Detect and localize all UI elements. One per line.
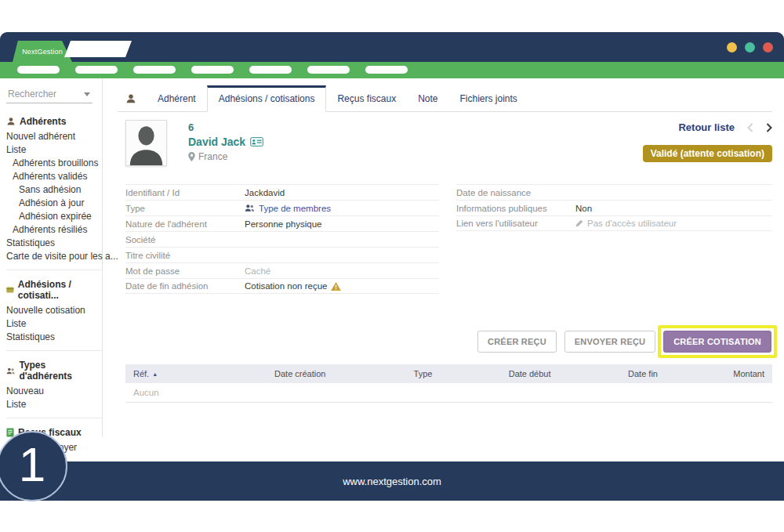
app-window: NextGestion Rechercher Adhérent <box>0 0 784 532</box>
column-date-fin[interactable]: Date fin <box>585 369 702 378</box>
field-titre-civilite: Titre civilité <box>125 247 439 262</box>
nav-pill[interactable] <box>17 66 60 74</box>
sidebar-item-liste-types[interactable]: Liste <box>6 397 91 411</box>
contributions-table: Réf. ▲ Date création Type Date début Dat… <box>125 364 772 403</box>
table-header: Réf. ▲ Date création Type Date début Dat… <box>125 364 772 383</box>
create-contribution-button[interactable]: CRÉER COTISATION <box>663 331 771 353</box>
member-name: David Jack <box>188 136 263 148</box>
field-date-naissance: Date de naissance <box>456 184 772 200</box>
field-lien-utilisateur: Lien vers l'utilisateur Pas d'accès util… <box>456 215 772 231</box>
tab-recus-fiscaux[interactable]: Reçus fiscaux <box>326 86 407 111</box>
column-date-creation[interactable]: Date création <box>229 369 372 378</box>
footer-bar: www.nextgestion.com <box>0 461 784 501</box>
nav-pill-row <box>0 62 784 74</box>
tab-note[interactable]: Note <box>407 86 448 111</box>
action-buttons: CRÉER REÇU ENVOYER REÇU CRÉER COTISATION <box>118 331 772 353</box>
sidebar-group-cotisations: Adhésions / cotisati... Nouvelle cotisat… <box>6 270 102 343</box>
sidebar-group-adherents: Adhérents Nouvel adhérent Liste Adhérent… <box>6 114 102 262</box>
tab-adhesions-cotisations[interactable]: Adhésions / cotisations <box>207 85 327 112</box>
warning-icon <box>331 282 341 291</box>
main-content: Adhérent Adhésions / cotisations Reçus f… <box>118 86 772 403</box>
status-badge: Validé (attente cotisation) <box>643 145 772 162</box>
window-controls <box>727 42 773 52</box>
nav-pill[interactable] <box>75 66 118 74</box>
sidebar-section-adherents[interactable]: Adhérents <box>6 114 91 129</box>
sidebar-item-carte-de-visite[interactable]: Carte de visite pour les a... <box>6 249 91 262</box>
sidebar-item-nouveau-type[interactable]: Nouveau <box>6 384 91 397</box>
sidebar-item-adherents-brouillons[interactable]: Adhérents brouillons <box>6 156 91 169</box>
search-placeholder: Rechercher <box>8 89 56 100</box>
sidebar-item-adhesion-a-jour[interactable]: Adhésion à jour <box>6 196 91 209</box>
column-ref[interactable]: Réf. ▲ <box>125 369 229 378</box>
id-card-icon[interactable] <box>250 137 263 147</box>
top-nav-bar <box>0 62 784 78</box>
sidebar-item-sans-adhesion[interactable]: Sans adhésion <box>6 183 91 196</box>
tab-bar: Adhérent Adhésions / cotisations Reçus f… <box>118 86 772 112</box>
sidebar-section-cotisations[interactable]: Adhésions / cotisati... <box>6 277 91 303</box>
chevron-left-icon[interactable] <box>747 123 753 132</box>
chevron-right-icon[interactable] <box>766 123 772 132</box>
sidebar-group-types: Types d'adhérents Nouveau Liste <box>6 350 102 411</box>
close-button[interactable] <box>763 42 773 52</box>
users-icon <box>245 204 255 212</box>
create-receipt-button[interactable]: CRÉER REÇU <box>477 331 557 353</box>
sidebar-item-liste-adherents[interactable]: Liste <box>6 143 91 156</box>
sidebar-item-adhesion-expiree[interactable]: Adhésion expirée <box>6 209 91 223</box>
list-navigation: Retour liste <box>678 121 772 133</box>
minimize-button[interactable] <box>727 42 737 52</box>
location-pin-icon <box>188 152 195 161</box>
sidebar-item-nouvel-adherent[interactable]: Nouvel adhérent <box>6 129 91 143</box>
maximize-button[interactable] <box>745 42 755 52</box>
sidebar-item-adherents-valides[interactable]: Adhérents validés <box>6 169 91 183</box>
sort-asc-icon: ▲ <box>152 371 158 377</box>
tab-placeholder[interactable] <box>64 41 132 57</box>
table-empty-row: Aucun <box>125 383 772 403</box>
sidebar-section-types[interactable]: Types d'adhérents <box>6 358 91 384</box>
card-icon <box>6 286 14 294</box>
sidebar-item-adherents-resilies[interactable]: Adhérents résiliés <box>6 223 91 236</box>
send-receipt-button[interactable]: ENVOYER REÇU <box>564 331 655 353</box>
column-type[interactable]: Type <box>372 369 475 378</box>
nav-pill[interactable] <box>249 66 292 74</box>
nav-pill[interactable] <box>133 66 176 74</box>
member-identity: 6 David Jack France <box>188 121 263 162</box>
avatar <box>125 120 167 166</box>
sidebar: Rechercher Adhérents Nouvel adhérent Lis… <box>0 78 103 437</box>
field-type: Type Type de membres <box>125 200 439 215</box>
member-header: 6 David Jack France Retour liste Validé … <box>125 120 772 172</box>
user-icon <box>6 117 16 126</box>
highlight-box: CRÉER COTISATION <box>658 325 777 358</box>
details-left-column: Identifiant / Id Jackdavid Type Type de … <box>125 184 439 294</box>
title-bar: NextGestion <box>0 32 784 62</box>
field-identifiant: Identifiant / Id Jackdavid <box>125 184 439 200</box>
details-right-column: Date de naissance Informations publiques… <box>456 184 772 294</box>
brand-tab[interactable]: NextGestion <box>13 41 72 62</box>
pencil-icon[interactable] <box>575 219 583 227</box>
tab-adherent[interactable]: Adhérent <box>147 86 207 111</box>
footer-url: www.nextgestion.com <box>343 476 441 487</box>
column-date-debut[interactable]: Date début <box>475 369 585 378</box>
nav-pill[interactable] <box>365 66 408 74</box>
tab-fichiers-joints[interactable]: Fichiers joints <box>449 86 528 111</box>
field-date-fin-adhesion: Date de fin adhésion Cotisation non reçu… <box>125 278 439 294</box>
member-icon <box>125 93 136 104</box>
back-to-list-link[interactable]: Retour liste <box>678 121 735 133</box>
sidebar-item-statistiques-cotisations[interactable]: Statistiques <box>6 330 91 343</box>
nav-pill[interactable] <box>191 66 234 74</box>
type-de-membres-link[interactable]: Type de membres <box>245 204 331 213</box>
member-country: France <box>188 151 263 162</box>
nav-pill[interactable] <box>307 66 350 74</box>
chevron-down-icon <box>84 92 90 96</box>
search-select[interactable]: Rechercher <box>6 86 93 103</box>
sidebar-item-nouvelle-cotisation[interactable]: Nouvelle cotisation <box>6 303 91 317</box>
sidebar-item-liste-cotisations[interactable]: Liste <box>6 317 91 330</box>
field-nature: Nature de l'adhérent Personne physique <box>125 215 439 231</box>
member-details: Identifiant / Id Jackdavid Type Type de … <box>125 184 772 294</box>
column-montant[interactable]: Montant <box>701 369 772 378</box>
brand-logo: NextGestion <box>22 48 63 56</box>
field-mot-de-passe: Mot de passe Caché <box>125 262 439 278</box>
sidebar-item-statistiques-adherents[interactable]: Statistiques <box>6 236 91 249</box>
field-societe: Société <box>125 231 439 247</box>
users-icon <box>6 367 15 375</box>
member-id: 6 <box>188 121 263 133</box>
